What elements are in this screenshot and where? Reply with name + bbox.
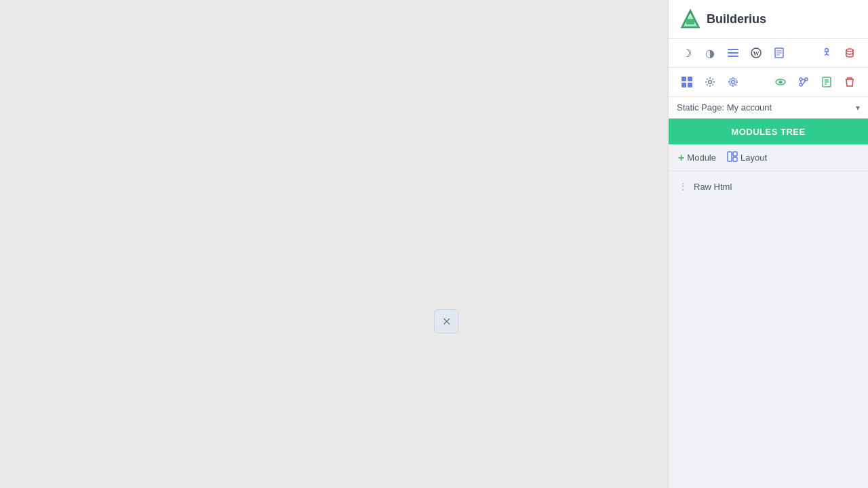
add-layout-label: Layout (741, 152, 767, 163)
trash-icon-btn[interactable] (840, 72, 860, 92)
toolbar-row-2 (669, 68, 868, 97)
modules-tree-title: MODULES TREE (731, 127, 805, 137)
git-icon-btn[interactable] (793, 72, 814, 92)
settings2-icon-btn[interactable] (723, 72, 743, 92)
menu-list-icon-btn[interactable] (723, 43, 743, 63)
module-item-label: Raw Html (694, 182, 732, 192)
svg-rect-35 (728, 152, 732, 161)
contrast-icon-btn[interactable]: ◑ (700, 43, 720, 63)
svg-line-15 (827, 54, 829, 56)
document-icon-btn[interactable] (769, 43, 789, 63)
page-selector[interactable]: Static Page: My account ▾ (669, 97, 868, 119)
add-module-label: Module (687, 152, 716, 163)
add-module-button[interactable]: + Module (678, 152, 716, 164)
module-list: ⋮ Raw Html (669, 171, 868, 488)
svg-point-28 (800, 78, 802, 81)
canvas-area: ✕ (0, 0, 668, 488)
svg-rect-36 (733, 152, 737, 156)
svg-rect-5 (728, 56, 738, 57)
svg-point-23 (732, 81, 735, 84)
layout-icon (727, 151, 738, 164)
plus-module-icon: + (678, 152, 684, 164)
wordpress-icon-btn[interactable]: W (746, 43, 766, 63)
svg-point-22 (709, 81, 712, 84)
svg-rect-20 (682, 83, 686, 87)
close-button[interactable]: ✕ (434, 309, 458, 333)
puppet-icon-btn[interactable] (816, 43, 837, 63)
sidebar-header: Builderius (669, 0, 868, 39)
svg-rect-21 (688, 83, 692, 87)
svg-rect-18 (682, 77, 686, 81)
book-icon-btn[interactable] (816, 72, 837, 92)
page-selector-label: Static Page: My account (677, 102, 772, 113)
add-layout-button[interactable]: Layout (727, 151, 767, 164)
svg-point-26 (779, 81, 783, 84)
database-icon-btn[interactable] (840, 43, 860, 63)
svg-point-29 (805, 78, 808, 81)
svg-rect-2 (686, 19, 694, 24)
svg-rect-37 (733, 157, 737, 161)
grid-icon-btn[interactable] (677, 72, 697, 92)
modules-tree-header: MODULES TREE (669, 119, 868, 144)
toolbar-row-1: ☽ ◑ W (669, 39, 868, 68)
builderius-logo (679, 8, 701, 30)
sidebar: Builderius ☽ ◑ W (668, 0, 868, 488)
svg-point-27 (800, 83, 802, 86)
eye-icon-btn[interactable] (770, 72, 791, 92)
settings-icon-btn[interactable] (700, 72, 720, 92)
app-name: Builderius (707, 12, 766, 26)
svg-rect-3 (728, 49, 738, 50)
svg-point-17 (846, 49, 853, 52)
module-item-raw-html[interactable]: ⋮ Raw Html (669, 177, 868, 196)
svg-point-24 (730, 79, 736, 85)
module-drag-handle: ⋮ (678, 181, 688, 192)
svg-rect-19 (688, 77, 692, 81)
add-controls: + Module Layout (669, 144, 868, 171)
chevron-down-icon: ▾ (856, 103, 860, 113)
svg-rect-4 (728, 52, 738, 54)
svg-text:W: W (753, 50, 760, 57)
moon-icon-btn[interactable]: ☽ (677, 43, 697, 63)
